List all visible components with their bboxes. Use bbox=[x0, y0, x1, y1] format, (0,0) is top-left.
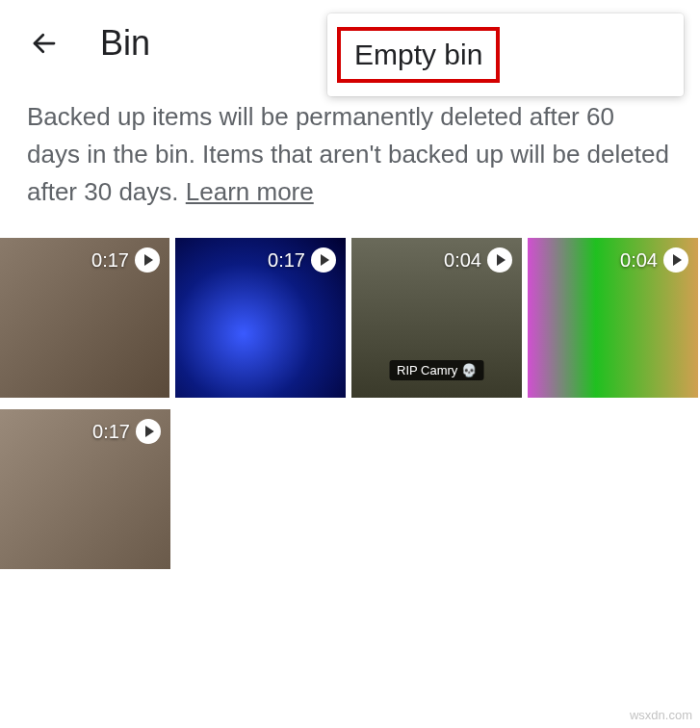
video-overlay: 0:04 bbox=[620, 247, 688, 273]
info-message: Backed up items will be permanently dele… bbox=[0, 87, 700, 238]
menu-item-label: Empty bin bbox=[354, 39, 482, 70]
play-icon bbox=[487, 247, 512, 273]
video-thumbnail[interactable]: 0:04 bbox=[528, 238, 698, 398]
video-overlay: 0:17 bbox=[268, 247, 336, 273]
video-overlay: 0:17 bbox=[91, 247, 160, 273]
video-thumbnail[interactable]: 0:04 RIP Camry 💀 bbox=[351, 238, 522, 398]
learn-more-link[interactable]: Learn more bbox=[186, 177, 314, 206]
play-icon bbox=[311, 247, 336, 273]
watermark-text: wsxdn.com bbox=[630, 708, 692, 722]
video-overlay: 0:04 bbox=[444, 247, 512, 273]
play-icon bbox=[136, 419, 161, 444]
page-title: Bin bbox=[100, 23, 150, 64]
play-icon bbox=[663, 247, 688, 273]
play-icon bbox=[135, 247, 160, 273]
video-thumbnail[interactable]: 0:17 bbox=[0, 409, 170, 569]
video-duration: 0:04 bbox=[620, 249, 658, 272]
video-duration: 0:17 bbox=[268, 249, 305, 272]
video-overlay: 0:17 bbox=[92, 419, 161, 444]
thumbnail-grid: 0:17 0:17 0:04 RIP Camry 💀 0:04 0:17 bbox=[0, 238, 700, 569]
video-duration: 0:17 bbox=[92, 421, 130, 443]
menu-item-empty-bin[interactable]: Empty bin bbox=[327, 25, 684, 85]
back-arrow-icon[interactable] bbox=[27, 26, 62, 61]
info-text-body: Backed up items will be permanently dele… bbox=[27, 102, 669, 206]
video-thumbnail[interactable]: 0:17 bbox=[0, 238, 169, 398]
video-duration: 0:04 bbox=[444, 249, 481, 272]
video-caption: RIP Camry 💀 bbox=[389, 360, 484, 380]
video-thumbnail[interactable]: 0:17 bbox=[175, 238, 346, 398]
overflow-menu-popup: Empty bin bbox=[327, 13, 684, 96]
header-bar: Bin Empty bin bbox=[0, 0, 700, 87]
video-duration: 0:17 bbox=[91, 249, 129, 272]
